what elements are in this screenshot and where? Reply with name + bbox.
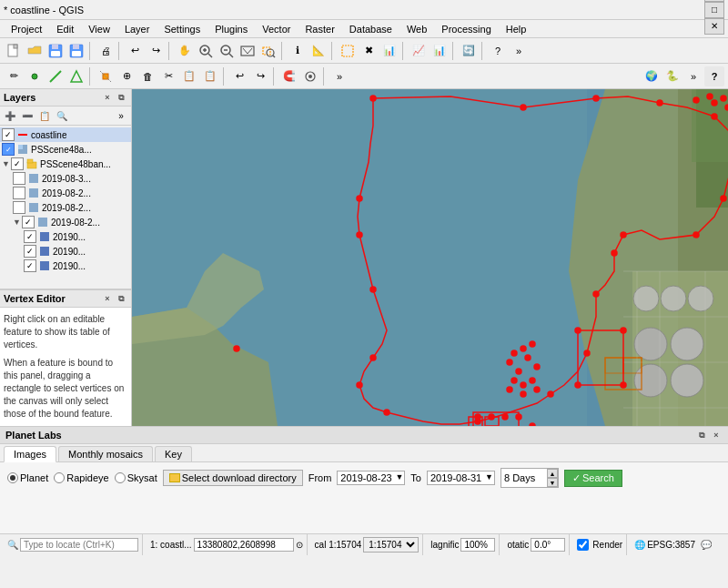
search-button[interactable]: ✓ Search <box>564 470 622 487</box>
scale-select[interactable]: 1:15704 <box>363 537 419 553</box>
new-project-button[interactable] <box>4 41 24 61</box>
delete-selected-button[interactable]: 🗑 <box>137 66 157 86</box>
layer-item[interactable]: 2019-08-2... <box>11 186 131 200</box>
planet-panel-close[interactable]: × <box>710 429 723 441</box>
magnify-input[interactable] <box>460 538 495 552</box>
from-date-dropdown[interactable]: ▼ <box>395 472 403 482</box>
locate-input[interactable] <box>20 538 138 552</box>
radio-rapideye[interactable]: Rapideye <box>54 472 108 483</box>
measure-button[interactable]: 📐 <box>308 41 329 61</box>
menu-edit[interactable]: Edit <box>49 22 81 36</box>
layer-checkbox[interactable] <box>13 201 25 214</box>
days-down[interactable]: ▼ <box>547 478 558 487</box>
render-checkbox[interactable] <box>577 539 589 551</box>
save-project-button[interactable] <box>46 41 66 61</box>
layers-panel-float[interactable]: ⧉ <box>115 91 127 104</box>
undo-button[interactable]: ↩ <box>125 41 145 61</box>
layers-panel-close[interactable]: × <box>101 91 114 104</box>
open-project-button[interactable] <box>25 41 45 61</box>
more-right[interactable]: » <box>683 66 703 86</box>
tab-images[interactable]: Images <box>4 446 56 462</box>
move-feature-button[interactable]: ⊕ <box>116 66 136 86</box>
remove-layer-btn[interactable]: ➖ <box>19 107 35 124</box>
select-dir-button[interactable]: Select download directory <box>163 470 303 486</box>
days-up[interactable]: ▲ <box>547 469 558 478</box>
pan-button[interactable]: ✋ <box>175 41 195 61</box>
menu-help[interactable]: Help <box>499 22 534 36</box>
layer-checkbox[interactable]: ✓ <box>11 157 24 170</box>
copy-features-button[interactable]: 📋 <box>179 66 199 86</box>
radio-planet[interactable]: Planet <box>7 472 48 483</box>
refresh-button[interactable]: 🔄 <box>459 41 479 61</box>
add-point-button[interactable] <box>25 66 45 86</box>
expand-icon[interactable]: ▼ <box>13 218 22 227</box>
menu-plugins[interactable]: Plugins <box>207 22 255 36</box>
menu-settings[interactable]: Settings <box>157 22 207 36</box>
layers-more[interactable]: » <box>113 107 129 124</box>
add-line-button[interactable] <box>46 66 66 86</box>
vertex-panel-close[interactable]: × <box>101 292 114 305</box>
save-as-button[interactable]: + <box>66 41 86 61</box>
add-layer-btn[interactable]: ➕ <box>2 107 18 124</box>
layer-checkbox[interactable]: ✓ <box>24 259 36 272</box>
digitize-button[interactable]: ✏ <box>4 66 24 86</box>
layer-checkbox[interactable] <box>13 187 25 199</box>
menu-processing[interactable]: Processing <box>434 22 498 36</box>
menu-layer[interactable]: Layer <box>117 22 157 36</box>
tab-key[interactable]: Key <box>155 446 192 461</box>
map-canvas[interactable] <box>132 89 728 426</box>
layer-item[interactable]: ✓ 20190... <box>22 259 131 273</box>
layer-checkbox[interactable]: ✓ <box>24 245 36 258</box>
select-button[interactable] <box>338 41 358 61</box>
filter-layers[interactable]: 🔍 <box>54 107 70 124</box>
menu-project[interactable]: Project <box>4 22 49 36</box>
layer-item[interactable]: ▼ ✓ 2019-08-2... <box>11 215 131 229</box>
zoom-out-button[interactable] <box>217 41 237 61</box>
help-button[interactable]: ? <box>488 41 508 61</box>
vertex-panel-float[interactable]: ⧉ <box>115 292 127 305</box>
tab-monthly-mosaics[interactable]: Monthly mosaics <box>58 446 153 461</box>
layer-stats-button[interactable]: 📊 <box>430 41 450 61</box>
open-layer-attr[interactable]: 📋 <box>36 107 53 124</box>
deselect-button[interactable]: ✖ <box>359 41 379 61</box>
identify-button[interactable]: ℹ <box>288 41 308 61</box>
menu-raster[interactable]: Raster <box>298 22 341 36</box>
radio-skysat[interactable]: Skysat <box>115 472 157 483</box>
zoom-in-button[interactable] <box>196 41 216 61</box>
menu-view[interactable]: View <box>81 22 117 36</box>
radio-planet-circle[interactable] <box>7 472 18 483</box>
zoom-full-button[interactable] <box>238 41 258 61</box>
menu-web[interactable]: Web <box>399 22 434 36</box>
layer-checkbox[interactable]: ✓ <box>24 230 36 243</box>
layer-item[interactable]: ✓ 20190... <box>22 244 131 259</box>
expand-icon[interactable]: ▼ <box>2 159 11 168</box>
days-input[interactable] <box>501 471 547 484</box>
snapping-button[interactable]: 🧲 <box>279 66 299 86</box>
undo-edit-button[interactable]: ↩ <box>229 66 249 86</box>
layer-diagram-button[interactable]: 📈 <box>409 41 429 61</box>
menu-database[interactable]: Database <box>342 22 399 36</box>
layer-item[interactable]: ✓ 20190... <box>22 229 131 244</box>
layer-item[interactable]: ✓ PSScene48a... <box>0 142 131 157</box>
more-edit-tools[interactable]: » <box>329 66 349 86</box>
planet-panel-float[interactable]: ⧉ <box>695 429 708 441</box>
print-button[interactable]: 🖨 <box>96 41 116 61</box>
more-tools-button[interactable]: » <box>509 41 529 61</box>
to-date-dropdown[interactable]: ▼ <box>485 472 493 482</box>
attributes-table-button[interactable]: 📊 <box>379 41 399 61</box>
add-polygon-button[interactable] <box>66 66 86 86</box>
rotation-input[interactable] <box>531 538 565 552</box>
zoom-selection-button[interactable] <box>258 41 278 61</box>
menu-vector[interactable]: Vector <box>255 22 298 36</box>
radio-skysat-circle[interactable] <box>115 472 126 483</box>
help-right[interactable]: ? <box>704 66 724 86</box>
layer-checkbox[interactable]: ✓ <box>22 216 35 228</box>
python-console[interactable]: 🐍 <box>662 66 682 86</box>
maximize-button[interactable]: □ <box>704 2 724 18</box>
layer-item[interactable]: 2019-08-2... <box>11 200 131 215</box>
redo-button[interactable]: ↪ <box>146 41 166 61</box>
layer-item[interactable]: ✓ coastline <box>0 127 131 142</box>
close-button[interactable]: ✕ <box>704 18 724 35</box>
layer-item[interactable]: ▼ ✓ PSScene48ban... <box>0 157 131 171</box>
redo-edit-button[interactable]: ↪ <box>250 66 270 86</box>
